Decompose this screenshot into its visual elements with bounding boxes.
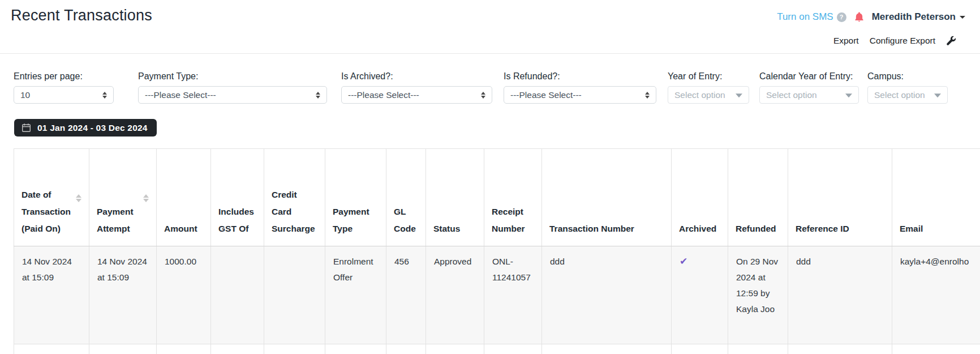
- column-header-receipt: Receipt Number: [484, 149, 542, 246]
- cell-empty: [264, 344, 325, 354]
- filter-label: Is Refunded?:: [504, 71, 656, 82]
- select-arrow-icon: [736, 93, 742, 97]
- cell-status: Approved: [426, 246, 484, 344]
- select-value: 10: [20, 90, 30, 100]
- configure-export-button[interactable]: Configure Export: [870, 36, 935, 46]
- column-header-transaction_number: Transaction Number: [542, 149, 672, 246]
- select-value: ---Please Select---: [510, 90, 582, 100]
- select-value: ---Please Select---: [145, 90, 216, 100]
- cell-empty: [788, 344, 892, 354]
- column-header-refunded: Refunded: [728, 149, 788, 246]
- cell-empty: [892, 344, 980, 354]
- cell-empty: [728, 344, 788, 354]
- cell-attempt: 14 Nov 2024 at 15:09: [89, 246, 157, 344]
- column-header-gl_code: GL Code: [386, 149, 426, 246]
- calendar-year-of-entry-select[interactable]: Select option: [759, 86, 859, 104]
- cell-gst: [211, 246, 264, 344]
- cell-empty: [426, 344, 484, 354]
- transactions-table-wrap: Date of Transaction (Paid On)Payment Att…: [14, 148, 980, 354]
- payment-type-select[interactable]: ---Please Select---: [138, 86, 327, 104]
- cell-receipt: ONL-11241057: [484, 246, 542, 344]
- column-header-surcharge: Credit Card Surcharge: [264, 149, 325, 246]
- filter-is-refunded: Is Refunded?: ---Please Select---: [504, 71, 656, 104]
- column-header-email: Email: [892, 149, 980, 246]
- cell-refunded: On 29 Nov 2024 at 12:59 by Kayla Joo: [728, 246, 788, 344]
- export-toolbar: Export Configure Export: [833, 35, 956, 47]
- chevron-down-icon: [960, 16, 965, 19]
- select-value: ---Please Select---: [348, 90, 419, 100]
- top-right-cluster: Turn on SMS ? Meredith Peterson: [777, 10, 965, 24]
- cell-surcharge: [264, 246, 325, 344]
- cell-empty: [14, 344, 89, 354]
- filter-payment-type: Payment Type: ---Please Select---: [138, 71, 327, 104]
- transactions-table: Date of Transaction (Paid On)Payment Att…: [14, 148, 980, 354]
- filter-label: Entries per page:: [14, 71, 114, 82]
- cell-empty: [325, 344, 386, 354]
- recent-transactions-page: Recent Transactions Turn on SMS ? Meredi…: [0, 0, 980, 354]
- table-header-row: Date of Transaction (Paid On)Payment Att…: [14, 149, 980, 246]
- cell-date: 14 Nov 2024 at 15:09: [14, 246, 89, 344]
- date-range-button[interactable]: 01 Jan 2024 - 03 Dec 2024: [14, 119, 157, 137]
- entries-per-page-select[interactable]: 10: [14, 86, 114, 104]
- filter-label: Is Archived?:: [341, 71, 492, 82]
- sort-icon[interactable]: [143, 194, 149, 202]
- filter-is-archived: Is Archived?: ---Please Select---: [341, 71, 492, 104]
- campus-select[interactable]: Select option: [867, 86, 948, 104]
- turn-on-sms-link[interactable]: Turn on SMS: [777, 11, 833, 23]
- cell-empty: [484, 344, 542, 354]
- column-header-amount: Amount: [157, 149, 211, 246]
- cell-empty: [211, 344, 264, 354]
- cell-reference_id: ddd: [788, 246, 892, 344]
- archived-check-icon: ✔: [680, 256, 687, 267]
- select-updown-icon: [645, 92, 650, 99]
- cell-empty: [386, 344, 426, 354]
- wrench-icon[interactable]: [946, 36, 956, 46]
- is-refunded-select[interactable]: ---Please Select---: [504, 86, 656, 104]
- filter-campus: Campus: Select option: [867, 71, 948, 104]
- calendar-icon: [22, 123, 31, 133]
- notification-bell-icon[interactable]: [854, 11, 865, 23]
- help-question-icon[interactable]: ?: [837, 12, 846, 22]
- column-header-archived: Archived: [672, 149, 728, 246]
- page-title: Recent Transactions: [11, 7, 152, 24]
- cell-archived: ✔: [672, 246, 728, 344]
- select-updown-icon: [102, 92, 107, 99]
- cell-transaction_number: ddd: [542, 246, 672, 344]
- select-placeholder: Select option: [674, 90, 725, 100]
- filter-entries-per-page: Entries per page: 10: [14, 71, 114, 104]
- select-arrow-icon: [845, 93, 852, 97]
- column-header-date[interactable]: Date of Transaction (Paid On): [14, 149, 89, 246]
- export-button[interactable]: Export: [833, 36, 859, 46]
- filter-year-of-entry: Year of Entry: Select option: [668, 71, 749, 104]
- filter-label: Calendar Year of Entry:: [759, 71, 859, 82]
- filter-label: Payment Type:: [138, 71, 327, 82]
- user-name: Meredith Peterson: [872, 11, 956, 23]
- filter-calendar-year-of-entry: Calendar Year of Entry: Select option: [759, 71, 859, 104]
- is-archived-select[interactable]: ---Please Select---: [341, 86, 492, 104]
- cell-amount: 1000.00: [157, 246, 211, 344]
- filter-label: Campus:: [867, 71, 948, 82]
- sort-icon[interactable]: [76, 194, 81, 202]
- header-divider: [0, 53, 980, 54]
- cell-gl_code: 456: [386, 246, 426, 344]
- select-updown-icon: [481, 92, 485, 99]
- cell-email: kayla+4@enrolho: [892, 246, 980, 344]
- table-row: 14 Nov 2024 at 15:0914 Nov 2024 at 15:09…: [14, 246, 980, 344]
- column-header-attempt[interactable]: Payment Attempt: [89, 149, 157, 246]
- select-placeholder: Select option: [874, 90, 925, 100]
- cell-empty: [157, 344, 211, 354]
- table-row-partial: [14, 344, 980, 354]
- cell-empty: [89, 344, 157, 354]
- column-header-status: Status: [426, 149, 484, 246]
- date-range-label: 01 Jan 2024 - 03 Dec 2024: [37, 123, 148, 133]
- cell-empty: [542, 344, 672, 354]
- select-updown-icon: [316, 92, 320, 99]
- year-of-entry-select[interactable]: Select option: [668, 86, 749, 104]
- filter-label: Year of Entry:: [668, 71, 749, 82]
- column-header-gst: Includes GST Of: [211, 149, 264, 246]
- column-header-payment_type: Payment Type: [325, 149, 386, 246]
- select-arrow-icon: [934, 93, 941, 97]
- select-placeholder: Select option: [766, 90, 817, 100]
- user-menu[interactable]: Meredith Peterson: [872, 11, 965, 23]
- cell-payment_type: Enrolment Offer: [325, 246, 386, 344]
